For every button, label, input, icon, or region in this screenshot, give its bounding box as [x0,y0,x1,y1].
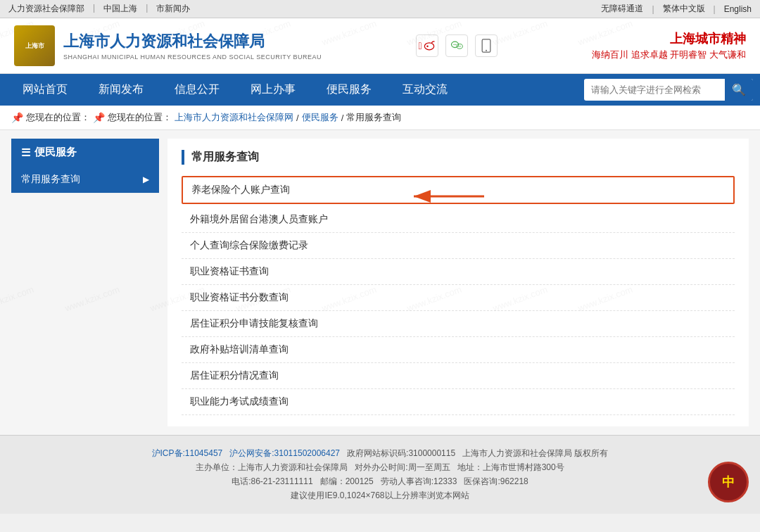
nav-info[interactable]: 信息公开 [159,74,235,106]
sidebar-item-common-services[interactable]: 常用服务查询 ▶ [11,166,159,194]
office-hours: 对外办公时间:周一至周五 [355,462,450,472]
top-link-news[interactable]: 市新闻办 [156,3,190,15]
sidebar: ☰ 便民服务 常用服务查询 ▶ [11,139,159,426]
nav-bar: 网站首页 新闻发布 信息公开 网上办事 便民服务 互动交流 🔍 [0,74,760,106]
mail: 邮编：200125 [320,476,374,486]
site-header: 上海市 上海市人力资源和社会保障局 SHANGHAI MUNICIPAL HUM… [0,18,760,74]
icp-number[interactable]: 沪ICP备:11045457 [152,448,223,458]
footer-line-4: 建议使用IE9.0,1024×768以上分辨率浏览本网站 [14,490,746,502]
service-item-vocational-score[interactable]: 职业能力考试成绩查询 [182,389,735,415]
english-link[interactable]: English [724,4,752,14]
breadcrumb-current: 常用服务查询 [346,111,401,124]
service-item-subsidy-training[interactable]: 政府补贴培训清单查询 [182,337,735,363]
service-list: 养老保险个人账户查询 外籍境外居留台港澳人员查账户 个人查询综合保险缴费记录 职… [182,176,735,415]
top-link-shanghai[interactable]: 中国上海 [103,3,137,15]
top-link-hrss[interactable]: 人力资源社会保障部 [8,3,84,15]
host-unit: 主办单位：上海市人力资源和社会保障局 [196,462,348,472]
site-title-en: SHANGHAI MUNICIPAL HUMAN RESOURCES AND S… [63,53,322,61]
sidebar-title-text: 便民服务 [34,146,77,159]
nav-interact[interactable]: 互动交流 [387,74,463,106]
content-wrapper: ☰ 便民服务 常用服务查询 ▶ 常用服务查询 养老保险个人账户查询 外籍境外居留… [0,130,760,435]
svg-point-1 [426,46,429,48]
service-item-pension[interactable]: 养老保险个人账户查询 [182,176,735,204]
service-item-cert-score[interactable]: 职业资格证书分数查询 [182,285,735,311]
service-item-residence-skill[interactable]: 居住证积分申请技能复核查询 [182,311,735,337]
footer-line-1: 沪ICP备:11045457 沪公网安备:31011502006427 政府网站… [14,448,746,460]
nav-services[interactable]: 便民服务 [311,74,387,106]
security-number[interactable]: 沪公网安备:31011502006427 [229,448,340,458]
slogan-area: 上海城市精神 海纳百川 追求卓越 开明睿智 大气谦和 [592,30,746,61]
wechat-icon[interactable] [445,34,468,57]
service-item-residence-score[interactable]: 居住证积分情况查询 [182,363,735,389]
credential-badge: 中 [708,462,749,502]
search-bar: 🔍 [584,79,753,101]
service-item-cert-query[interactable]: 职业资格证书查询 [182,259,735,285]
svg-point-0 [424,43,433,50]
footer: 沪ICP备:11045457 沪公网安备:31011502006427 政府网站… [0,435,760,514]
slogan-sub: 海纳百川 追求卓越 开明睿智 大气谦和 [592,49,746,61]
sidebar-item-label: 常用服务查询 [21,173,80,186]
sidebar-menu-icon: ☰ [21,146,30,159]
svg-point-7 [460,46,461,47]
accessibility-link[interactable]: 无障碍通道 [601,3,643,15]
credential-icon: 中 [722,474,735,490]
gov-code: 政府网站标识码:3100000115 [347,448,455,458]
location-icon: 📌 [11,112,23,123]
footer-line-2: 主办单位：上海市人力资源和社会保障局 对外办公时间:周一至周五 地址：上海市世博… [14,462,746,474]
logo-text: 上海市人力资源和社会保障局 SHANGHAI MUNICIPAL HUMAN R… [63,31,322,61]
svg-point-6 [458,46,460,47]
org-name: 上海市人力资源和社会保障局 版权所有 [462,448,608,458]
browser-recommendation: 建议使用IE9.0,1024×768以上分辨率浏览本网站 [291,490,469,500]
logo-icon: 上海市 [14,25,55,66]
nav-news[interactable]: 新闻发布 [83,74,159,106]
logo-area: 上海市 上海市人力资源和社会保障局 SHANGHAI MUNICIPAL HUM… [14,25,322,66]
traditional-chinese-link[interactable]: 繁体中文版 [663,3,705,15]
nav-home[interactable]: 网站首页 [7,74,83,106]
breadcrumb-label-2: 您现在的位置： [108,111,172,124]
footer-line-3: 电话:86-21-23111111 邮编：200125 劳动人事咨询:12333… [14,476,746,488]
top-bar-right-links: 无障碍通道 | 繁体中文版 | English [601,3,752,15]
labor-hotline: 劳动人事咨询:12333 [381,476,457,486]
weibo-icon[interactable]:  [416,34,438,57]
nav-online[interactable]: 网上办事 [235,74,311,106]
svg-point-4 [454,44,455,46]
breadcrumb: 📌 您现在的位置： 📌 您现在的位置： 上海市人力资源和社会保障网 / 便民服务… [0,106,760,130]
main-content: 常用服务查询 养老保险个人账户查询 外籍境外居留台港澳人员查账户 个人查询综合保… [167,139,749,426]
address: 地址：上海市世博村路300号 [457,462,564,472]
search-input[interactable] [584,80,725,99]
service-item-insurance-record[interactable]: 个人查询综合保险缴费记录 [182,233,735,259]
service-item-foreign[interactable]: 外籍境外居留台港澳人员查账户 [182,207,735,233]
site-title: 上海市人力资源和社会保障局 [63,31,322,52]
breadcrumb-link-home[interactable]: 上海市人力资源和社会保障网 [175,111,293,124]
breadcrumb-label: 您现在的位置： [26,111,90,124]
phone: 电话:86-21-23111111 [232,476,312,486]
svg-point-5 [455,44,457,46]
location-icon-2: 📌 [93,112,105,123]
top-bar-links: 人力资源社会保障部 | 中国上海 | 市新闻办 [8,3,190,15]
breadcrumb-link-services[interactable]: 便民服务 [302,111,338,124]
slogan-title: 上海城市精神 [592,30,746,47]
sidebar-arrow-icon: ▶ [143,175,149,184]
search-button[interactable]: 🔍 [725,79,753,101]
mobile-icon[interactable] [475,34,498,57]
section-title: 常用服务查询 [182,150,735,165]
sidebar-title: ☰ 便民服务 [11,139,159,166]
social-icons:  [416,34,498,57]
svg-point-9 [486,50,487,51]
top-bar: 人力资源社会保障部 | 中国上海 | 市新闻办 无障碍通道 | 繁体中文版 | … [0,0,760,18]
medical-hotline: 医保咨询:962218 [464,476,528,486]
